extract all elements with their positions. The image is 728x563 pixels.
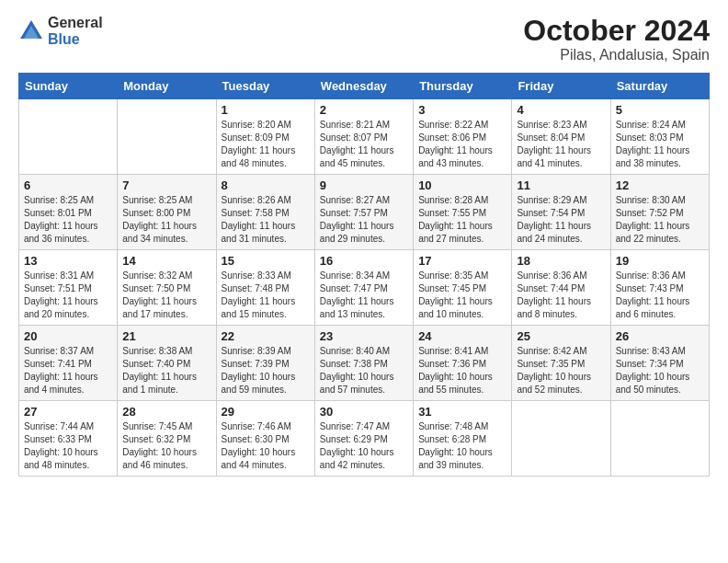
day-info: Sunrise: 7:46 AM Sunset: 6:30 PM Dayligh…: [222, 420, 310, 472]
table-row: 31Sunrise: 7:48 AM Sunset: 6:28 PM Dayli…: [414, 401, 512, 477]
table-row: 22Sunrise: 8:39 AM Sunset: 7:39 PM Dayli…: [216, 326, 314, 401]
table-row: 19Sunrise: 8:36 AM Sunset: 7:43 PM Dayli…: [610, 250, 709, 326]
table-row: 13Sunrise: 8:31 AM Sunset: 7:51 PM Dayli…: [19, 250, 118, 326]
day-number: 18: [517, 254, 605, 268]
day-number: 22: [222, 329, 310, 343]
day-info: Sunrise: 8:22 AM Sunset: 8:06 PM Dayligh…: [418, 119, 506, 170]
day-number: 31: [418, 405, 506, 419]
day-number: 23: [320, 329, 408, 343]
day-info: Sunrise: 8:24 AM Sunset: 8:03 PM Dayligh…: [616, 119, 704, 170]
day-number: 14: [122, 254, 210, 268]
day-info: Sunrise: 8:25 AM Sunset: 8:01 PM Dayligh…: [24, 194, 112, 246]
table-row: 12Sunrise: 8:30 AM Sunset: 7:52 PM Dayli…: [610, 175, 709, 250]
table-row: 18Sunrise: 8:36 AM Sunset: 7:44 PM Dayli…: [512, 250, 610, 326]
calendar-location: Pilas, Andalusia, Spain: [523, 47, 710, 63]
day-number: 4: [517, 103, 605, 117]
day-number: 5: [616, 103, 704, 117]
day-info: Sunrise: 8:31 AM Sunset: 7:51 PM Dayligh…: [24, 270, 112, 321]
day-number: 25: [517, 329, 605, 343]
day-number: 19: [616, 254, 704, 268]
table-row: [118, 99, 216, 175]
table-row: 24Sunrise: 8:41 AM Sunset: 7:36 PM Dayli…: [414, 326, 512, 401]
logo-blue-label: Blue: [48, 31, 103, 48]
table-row: 14Sunrise: 8:32 AM Sunset: 7:50 PM Dayli…: [118, 250, 216, 326]
table-row: 30Sunrise: 7:47 AM Sunset: 6:29 PM Dayli…: [314, 401, 413, 477]
table-row: [19, 99, 118, 175]
logo-text: General Blue: [48, 15, 103, 47]
day-info: Sunrise: 8:39 AM Sunset: 7:39 PM Dayligh…: [222, 345, 310, 396]
day-info: Sunrise: 8:27 AM Sunset: 7:57 PM Dayligh…: [320, 194, 408, 246]
day-number: 6: [24, 178, 112, 192]
day-info: Sunrise: 8:26 AM Sunset: 7:58 PM Dayligh…: [222, 194, 310, 246]
day-number: 7: [122, 178, 210, 192]
day-info: Sunrise: 7:47 AM Sunset: 6:29 PM Dayligh…: [320, 420, 408, 472]
calendar-table: Sunday Monday Tuesday Wednesday Thursday…: [18, 73, 710, 477]
calendar-title: October 2024: [523, 15, 710, 47]
day-info: Sunrise: 8:36 AM Sunset: 7:43 PM Dayligh…: [616, 270, 704, 321]
day-info: Sunrise: 8:23 AM Sunset: 8:04 PM Dayligh…: [517, 119, 605, 170]
day-number: 10: [418, 178, 506, 192]
day-info: Sunrise: 8:35 AM Sunset: 7:45 PM Dayligh…: [418, 270, 506, 321]
day-number: 3: [418, 103, 506, 117]
logo-icon: [18, 18, 44, 44]
day-info: Sunrise: 8:43 AM Sunset: 7:34 PM Dayligh…: [616, 345, 704, 396]
day-info: Sunrise: 8:28 AM Sunset: 7:55 PM Dayligh…: [418, 194, 506, 246]
day-number: 20: [24, 329, 112, 343]
day-info: Sunrise: 8:36 AM Sunset: 7:44 PM Dayligh…: [517, 270, 605, 321]
table-row: 7Sunrise: 8:25 AM Sunset: 8:00 PM Daylig…: [118, 175, 216, 250]
day-number: 13: [24, 254, 112, 268]
day-number: 12: [616, 178, 704, 192]
day-number: 24: [418, 329, 506, 343]
table-row: 8Sunrise: 8:26 AM Sunset: 7:58 PM Daylig…: [216, 175, 314, 250]
title-block: October 2024 Pilas, Andalusia, Spain: [523, 15, 710, 63]
header-thursday: Thursday: [414, 74, 512, 99]
day-info: Sunrise: 8:41 AM Sunset: 7:36 PM Dayligh…: [418, 345, 506, 396]
header-monday: Monday: [118, 74, 216, 99]
table-row: 20Sunrise: 8:37 AM Sunset: 7:41 PM Dayli…: [19, 326, 118, 401]
day-info: Sunrise: 8:30 AM Sunset: 7:52 PM Dayligh…: [616, 194, 704, 246]
header: General Blue October 2024 Pilas, Andalus…: [18, 15, 710, 63]
table-row: 17Sunrise: 8:35 AM Sunset: 7:45 PM Dayli…: [414, 250, 512, 326]
header-friday: Friday: [512, 74, 610, 99]
day-number: 8: [222, 178, 310, 192]
table-row: 1Sunrise: 8:20 AM Sunset: 8:09 PM Daylig…: [216, 99, 314, 175]
table-row: 21Sunrise: 8:38 AM Sunset: 7:40 PM Dayli…: [118, 326, 216, 401]
day-info: Sunrise: 7:44 AM Sunset: 6:33 PM Dayligh…: [24, 420, 112, 472]
day-number: 21: [122, 329, 210, 343]
table-row: [512, 401, 610, 477]
day-info: Sunrise: 8:34 AM Sunset: 7:47 PM Dayligh…: [320, 270, 408, 321]
table-row: [610, 401, 709, 477]
header-sunday: Sunday: [19, 74, 118, 99]
day-info: Sunrise: 8:38 AM Sunset: 7:40 PM Dayligh…: [122, 345, 210, 396]
table-row: 5Sunrise: 8:24 AM Sunset: 8:03 PM Daylig…: [610, 99, 709, 175]
day-number: 27: [24, 405, 112, 419]
day-number: 1: [222, 103, 310, 117]
day-info: Sunrise: 8:21 AM Sunset: 8:07 PM Dayligh…: [320, 119, 408, 170]
day-number: 9: [320, 178, 408, 192]
table-row: 25Sunrise: 8:42 AM Sunset: 7:35 PM Dayli…: [512, 326, 610, 401]
day-number: 30: [320, 405, 408, 419]
logo: General Blue: [18, 15, 103, 47]
table-row: 6Sunrise: 8:25 AM Sunset: 8:01 PM Daylig…: [19, 175, 118, 250]
day-number: 29: [222, 405, 310, 419]
header-tuesday: Tuesday: [216, 74, 314, 99]
day-info: Sunrise: 8:25 AM Sunset: 8:00 PM Dayligh…: [122, 194, 210, 246]
table-row: 26Sunrise: 8:43 AM Sunset: 7:34 PM Dayli…: [610, 326, 709, 401]
day-number: 16: [320, 254, 408, 268]
day-number: 26: [616, 329, 704, 343]
day-info: Sunrise: 8:40 AM Sunset: 7:38 PM Dayligh…: [320, 345, 408, 396]
day-info: Sunrise: 8:29 AM Sunset: 7:54 PM Dayligh…: [517, 194, 605, 246]
table-row: 15Sunrise: 8:33 AM Sunset: 7:48 PM Dayli…: [216, 250, 314, 326]
table-row: 3Sunrise: 8:22 AM Sunset: 8:06 PM Daylig…: [414, 99, 512, 175]
table-row: 23Sunrise: 8:40 AM Sunset: 7:38 PM Dayli…: [314, 326, 413, 401]
day-info: Sunrise: 8:37 AM Sunset: 7:41 PM Dayligh…: [24, 345, 112, 396]
table-row: 27Sunrise: 7:44 AM Sunset: 6:33 PM Dayli…: [19, 401, 118, 477]
table-row: 16Sunrise: 8:34 AM Sunset: 7:47 PM Dayli…: [314, 250, 413, 326]
day-number: 2: [320, 103, 408, 117]
table-row: 29Sunrise: 7:46 AM Sunset: 6:30 PM Dayli…: [216, 401, 314, 477]
weekday-header-row: Sunday Monday Tuesday Wednesday Thursday…: [19, 74, 710, 99]
day-info: Sunrise: 7:48 AM Sunset: 6:28 PM Dayligh…: [418, 420, 506, 472]
day-number: 15: [222, 254, 310, 268]
day-info: Sunrise: 8:42 AM Sunset: 7:35 PM Dayligh…: [517, 345, 605, 396]
day-info: Sunrise: 8:20 AM Sunset: 8:09 PM Dayligh…: [222, 119, 310, 170]
